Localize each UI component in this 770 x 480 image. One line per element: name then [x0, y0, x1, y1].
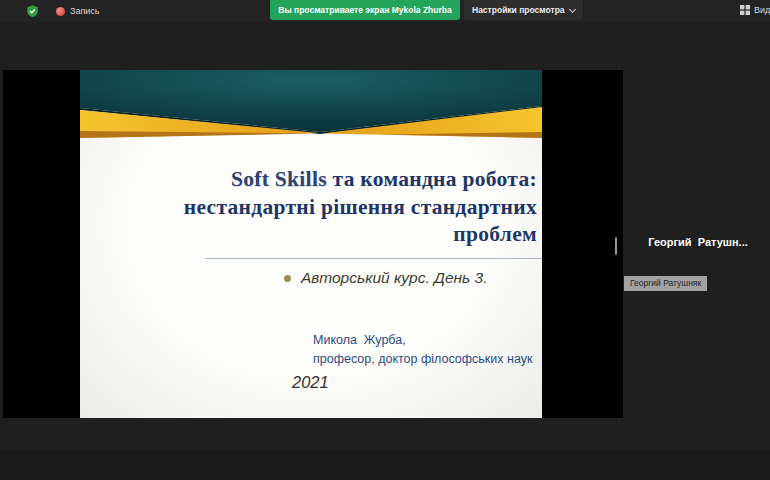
chevron-down-icon [569, 5, 576, 12]
viewing-screen-banner: Вы просматриваете экран Mykola Zhurba [270, 0, 460, 20]
presentation-slide: Soft Skills та командна робота: нестанда… [80, 70, 542, 418]
grid-view-icon [740, 5, 750, 15]
security-shield-icon[interactable] [26, 4, 39, 18]
slide-title-line1-rest: та командна робота: [327, 167, 537, 191]
view-label: Вид [754, 5, 770, 15]
view-button[interactable]: Вид [740, 5, 770, 15]
slide-bullet-text: Авторський курс. День 3. [301, 269, 488, 287]
bottom-toolbar: 331 99+ [0, 450, 770, 480]
top-bar: Запись Вы просматриваете экран Mykola Zh… [0, 0, 770, 22]
slide-author-title: професор, доктор філософських наук [313, 350, 532, 369]
zoom-meeting-window: Запись Вы просматриваете экран Mykola Zh… [0, 0, 770, 480]
shared-screen-region: Soft Skills та командна робота: нестанда… [3, 70, 623, 418]
view-settings-button[interactable]: Настройки просмотра [464, 0, 583, 20]
slide-bullet-row: Авторський курс. День 3. [284, 269, 488, 287]
slide-title: Soft Skills та командна робота: нестанда… [87, 166, 537, 249]
panel-scrollbar[interactable] [615, 237, 617, 255]
slide-title-line1: Soft Skills та командна робота: [87, 166, 537, 194]
slide-title-line3: проблем [87, 221, 537, 249]
view-settings-label: Настройки просмотра [472, 5, 565, 15]
slide-title-line2: нестандартні рішення стандартних [87, 194, 537, 222]
slide-divider-line [205, 258, 542, 259]
slide-title-english: Soft Skills [231, 167, 327, 191]
recording-label: Запись [70, 6, 100, 16]
slide-year: 2021 [292, 373, 329, 392]
bullet-dot-icon [284, 275, 291, 282]
participant-name-tag: Георгий Ратушняк [624, 276, 707, 291]
slide-author-name: Микола Журба, [313, 331, 532, 350]
recording-indicator-icon [56, 7, 65, 16]
slide-header-graphic [80, 70, 542, 140]
participant-tile-name: Георгий Ратушн... [626, 236, 770, 248]
slide-author-block: Микола Журба, професор, доктор філософсь… [313, 331, 532, 369]
